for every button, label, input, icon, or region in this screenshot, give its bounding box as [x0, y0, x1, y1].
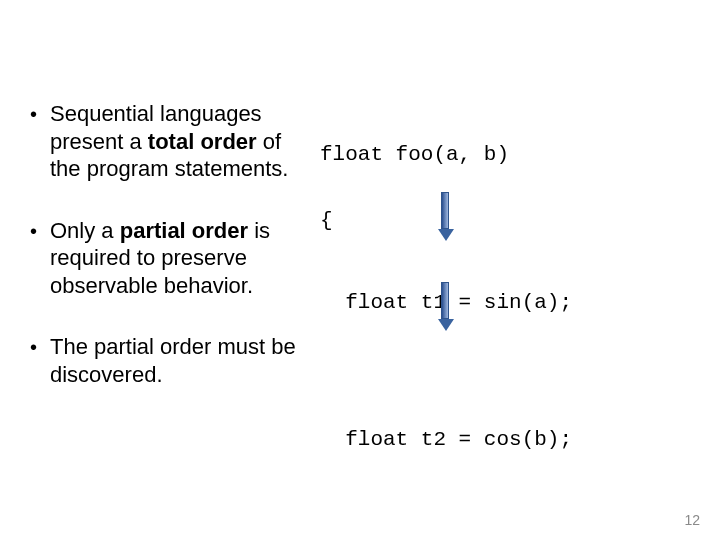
slide: • Sequential languages present a total o…	[0, 0, 720, 540]
bullet-marker: •	[30, 217, 50, 300]
bullet-1-text: Sequential languages present a total ord…	[50, 100, 310, 183]
text-column: • Sequential languages present a total o…	[30, 100, 310, 422]
bullet-1: • Sequential languages present a total o…	[30, 100, 310, 183]
page-number: 12	[684, 512, 700, 528]
bullet-2-bold: partial order	[120, 218, 248, 243]
bullet-3-pre: The partial order must be discovered.	[50, 334, 296, 387]
code-line-1: float foo(a, b)	[320, 144, 700, 166]
bullet-2-text: Only a partial order is required to pres…	[50, 217, 310, 300]
arrow-down-icon	[438, 282, 452, 331]
code-line-4: float t2 = cos(b);	[320, 429, 700, 451]
bullet-3-text: The partial order must be discovered.	[50, 333, 310, 388]
bullet-3: • The partial order must be discovered.	[30, 333, 310, 388]
bullet-marker: •	[30, 333, 50, 388]
code-line-2: {	[320, 210, 700, 232]
code-line-3: float t1 = sin(a);	[320, 292, 700, 314]
bullet-2-pre: Only a	[50, 218, 120, 243]
bullet-marker: •	[30, 100, 50, 183]
code-column: float foo(a, b) { float t1 = sin(a); flo…	[320, 100, 700, 540]
arrow-down-icon	[438, 192, 452, 241]
bullet-1-bold: total order	[148, 129, 257, 154]
bullet-2: • Only a partial order is required to pr…	[30, 217, 310, 300]
